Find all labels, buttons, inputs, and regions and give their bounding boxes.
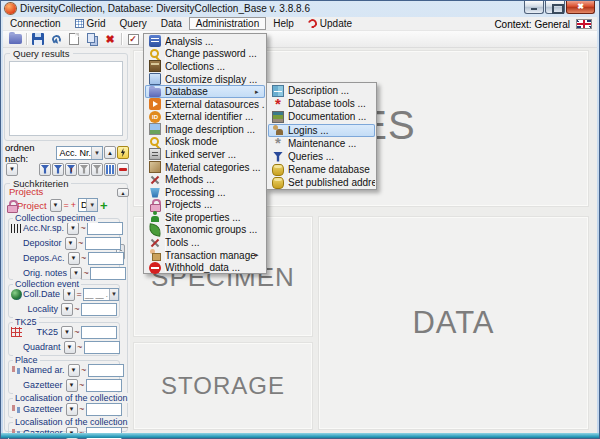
operator-button[interactable]: ▼ [67,222,79,235]
submenu-arrow-icon: ▸ [255,251,265,259]
query-results-label: Query results [10,48,73,59]
menu-item-material-categories[interactable]: Material categories ... [145,161,265,174]
query-results-list[interactable] [9,61,123,136]
menu-item-methods[interactable]: Methods ... [145,173,265,186]
menu-item-maintenance[interactable]: *Maintenance ... [268,137,375,150]
operator-button[interactable]: ▼ [61,326,73,339]
tools-icon [149,237,161,249]
menu-item-site-properties[interactable]: Site properties ... [145,211,265,224]
filter-remove-button[interactable]: ✖ [65,163,77,176]
menu-query[interactable]: Query [113,17,154,30]
barcode-icon [11,224,22,233]
depositor-input[interactable] [85,237,121,250]
menu-administration[interactable]: Administration [189,17,266,30]
quadrant-input[interactable] [84,341,120,354]
menu-update[interactable]: Update [301,17,359,30]
delete-button[interactable]: ✖ [101,31,119,47]
menu-item-change-password[interactable]: Change password ... [145,48,265,61]
gazetteer-input[interactable] [86,379,122,392]
criteria-row: Locality ▼ ~ [10,302,117,316]
coll-date-input[interactable]: __ __ . ▼ [83,288,119,301]
filter-minus-button[interactable]: - [91,163,103,176]
operator-button[interactable]: ▼ [68,252,80,265]
operator-button[interactable]: ▼ [64,341,76,354]
tk25-input[interactable] [81,326,117,339]
group-title: Collection specimen [13,213,98,223]
columns-button[interactable] [104,163,116,176]
named-area-input[interactable] [88,364,124,377]
menu-item-database-tools[interactable]: *Database tools ... [268,97,375,110]
project-operator-button[interactable]: ▼ [50,199,62,212]
menu-item-kiosk-mode[interactable]: Kiosk mode [145,136,265,149]
undo-icon [50,33,61,44]
menu-item-customize-display[interactable]: Customize display ... [145,73,265,86]
menu-item-linked-server[interactable]: Linked server ... [145,148,265,161]
operator-button[interactable]: ▼ [66,403,78,416]
operator-button[interactable]: ▼ [65,237,77,250]
minimize-button[interactable] [524,1,544,14]
menu-item-image-description[interactable]: Image description ... [145,123,265,136]
scroll-up-icon[interactable]: ▲ [117,188,129,197]
chevron-down-icon[interactable]: ▼ [86,199,97,211]
menu-item-rename-database[interactable]: Rename database [268,163,375,176]
folder-open-icon [9,34,22,44]
run-query-button[interactable] [117,146,129,159]
menu-item-database[interactable]: Database▸ [145,85,265,98]
menu-item-processing[interactable]: Processing ... [145,186,265,199]
menu-item-collections[interactable]: Collections ... [145,60,265,73]
menu-item-external-datasources[interactable]: External datasources ... [145,98,265,111]
menu-item-documentation[interactable]: Documentation ... [268,110,375,123]
filter-add-button[interactable]: ▾ [52,163,64,176]
group-title: Localisation of the collection [13,417,130,427]
menu-item-transaction-management[interactable]: Transaction management▸ [145,249,265,262]
menu-connection[interactable]: Connection [3,17,68,30]
filter-apply-button[interactable] [39,163,51,176]
tools-icon [149,174,161,186]
operator-button[interactable]: ▼ [66,379,78,392]
acc-nr-input[interactable] [87,222,123,235]
criteria-row: Depos.Ac. ▼ ~ [10,251,117,265]
remove-row-button[interactable] [117,163,129,176]
key-icon [149,136,161,148]
menu-item-taxonomic-groups[interactable]: Taxonomic groups ... [145,224,265,237]
menu-item-tools[interactable]: Tools ... [145,236,265,249]
uk-flag-icon[interactable] [576,19,592,29]
gazetteer-input[interactable] [86,403,122,416]
close-button[interactable]: ✖ [566,1,595,14]
menu-item-description[interactable]: Description ... [268,84,375,97]
menu-item-logins[interactable]: Logins ... [268,124,375,137]
locality-input[interactable] [81,303,117,316]
open-connection-button[interactable] [6,31,24,47]
new-record-button[interactable] [65,31,83,47]
project-equals: = [64,200,69,210]
copy-button[interactable] [83,31,101,47]
menu-grid[interactable]: Grid [68,17,113,30]
chevron-down-icon[interactable]: ▼ [91,147,102,159]
operator-button[interactable]: ▼ [70,267,82,280]
maximize-button[interactable] [545,1,565,14]
menu-item-withhold-data[interactable]: Withhold_data ... [145,261,265,274]
depos-ac-input[interactable] [88,252,124,265]
menu-help[interactable]: Help [266,17,301,30]
save-button[interactable] [29,31,47,47]
menu-data[interactable]: Data [154,17,189,30]
order-by-select[interactable]: Acc. Nr. ▼ [56,146,103,160]
filter-plus-button[interactable]: + [78,163,90,176]
menu-item-analysis[interactable]: Analysis ... [145,35,265,48]
menu-item-set-published-address[interactable]: Set published address [268,176,375,189]
operator-button[interactable]: ▼ [63,288,75,301]
transaction-icon [149,249,161,261]
operator-button[interactable]: ▼ [68,364,80,377]
checklist-button[interactable]: ✓ [124,31,142,47]
operator-button[interactable]: ▼ [61,303,73,316]
orig-notes-input[interactable] [90,267,126,280]
menu-item-external-identifier[interactable]: IDExternal identifier ... [145,110,265,123]
add-project-button[interactable]: + [100,200,108,211]
filter-dropdown-button[interactable]: ▼ [6,163,18,176]
sort-ascending-button[interactable]: ▲ [104,146,116,159]
menu-item-projects[interactable]: Projects ... [145,199,265,212]
project-select[interactable]: D ▼ [78,198,98,212]
calendar-dropdown-icon[interactable]: ▼ [109,289,118,300]
undo-button[interactable] [47,31,65,47]
menu-item-queries[interactable]: Queries ... [268,150,375,163]
